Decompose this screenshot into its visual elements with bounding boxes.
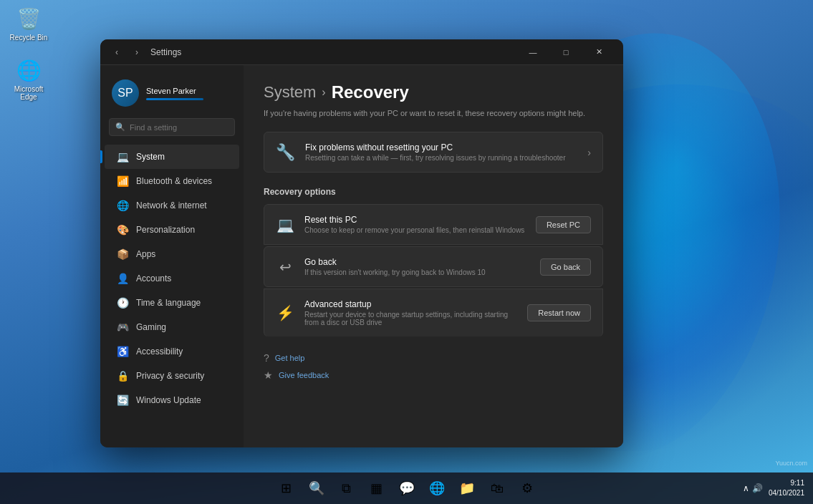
go-back-title: Go back [304, 257, 530, 267]
sidebar-item-personalization[interactable]: 🎨 Personalization [105, 218, 239, 242]
recycle-bin-image: 🗑️ [16, 6, 42, 32]
search-box[interactable]: 🔍 [109, 118, 235, 136]
taskview-button[interactable]: ⧉ [334, 475, 360, 501]
reset-pc-text: Reset this PC Choose to keep or remove y… [304, 215, 526, 234]
sidebar-item-accessibility-label: Accessibility [136, 346, 183, 357]
breadcrumb-separator: › [322, 86, 325, 99]
edge-taskbar-button[interactable]: 🌐 [424, 475, 450, 501]
teams-button[interactable]: 💬 [394, 475, 420, 501]
user-profile[interactable]: SP Steven Parker [100, 74, 244, 118]
accessibility-icon: ♿ [116, 345, 129, 358]
sidebar-item-gaming[interactable]: 🎮 Gaming [105, 315, 239, 339]
sidebar-item-apps-label: Apps [136, 249, 155, 259]
advanced-startup-icon: ⚡ [276, 304, 294, 321]
advanced-startup-title: Advanced startup [304, 299, 517, 309]
forward-button[interactable]: › [129, 44, 145, 60]
sidebar-item-privacy-label: Privacy & security [136, 371, 204, 381]
page-description: If you're having problems with your PC o… [264, 108, 603, 119]
start-button[interactable]: ⊞ [274, 475, 299, 501]
user-name: Steven Parker [146, 87, 203, 95]
taskbar-clock[interactable]: 9:11 04/10/2021 [769, 478, 804, 498]
maximize-button[interactable]: □ [550, 42, 582, 63]
sidebar-item-system-label: System [136, 152, 165, 162]
advanced-startup-text: Advanced startup Restart your device to … [304, 299, 517, 326]
store-taskbar-button[interactable]: 🛍 [484, 475, 510, 501]
recycle-bin-icon[interactable]: 🗑️ Recycle Bin [6, 6, 52, 42]
give-feedback-label: Give feedback [279, 371, 329, 379]
restart-now-button[interactable]: Restart now [527, 304, 591, 321]
window-title: Settings [150, 47, 517, 57]
go-back-button[interactable]: Go back [540, 258, 591, 276]
sidebar-item-gaming-label: Gaming [136, 322, 166, 332]
sidebar: SP Steven Parker 🔍 💻 System 📶 [100, 65, 244, 447]
recovery-section-label: Recovery options [264, 187, 603, 197]
sidebar-item-network[interactable]: 🌐 Network & internet [105, 193, 239, 218]
get-help-link[interactable]: ? Get help [264, 352, 603, 364]
fix-card-desc: Resetting can take a while — first, try … [305, 154, 577, 162]
gaming-icon: 🎮 [116, 321, 129, 334]
avatar: SP [112, 79, 139, 107]
page-title: Recovery [332, 82, 409, 102]
give-feedback-link[interactable]: ★ Give feedback [264, 369, 603, 381]
reset-pc-button[interactable]: Reset PC [536, 216, 591, 233]
fix-problems-card[interactable]: 🔧 Fix problems without resetting your PC… [264, 132, 603, 173]
search-icon: 🔍 [115, 122, 125, 132]
apps-icon: 📦 [116, 248, 129, 261]
sidebar-item-bluetooth-label: Bluetooth & devices [136, 176, 212, 186]
give-feedback-icon: ★ [264, 369, 273, 381]
taskbar-time: 9:11 [769, 478, 804, 488]
sidebar-item-update[interactable]: 🔄 Windows Update [105, 388, 239, 412]
widgets-button[interactable]: ▦ [364, 475, 390, 501]
search-input[interactable] [130, 123, 228, 132]
main-content: System › Recovery If you're having probl… [244, 65, 623, 447]
edge-image: 🌐 [16, 57, 42, 83]
desktop: 🗑️ Recycle Bin 🌐 Microsoft Edge ‹ › Sett… [0, 0, 813, 504]
page-header: System › Recovery [264, 82, 603, 102]
sidebar-item-accessibility[interactable]: ♿ Accessibility [105, 339, 239, 364]
settings-taskbar-button[interactable]: ⚙ [514, 475, 540, 501]
sidebar-item-system[interactable]: 💻 System [105, 145, 239, 169]
content-area: SP Steven Parker 🔍 💻 System 📶 [100, 65, 623, 447]
edge-icon[interactable]: 🌐 Microsoft Edge [6, 57, 52, 101]
sidebar-item-bluetooth[interactable]: 📶 Bluetooth & devices [105, 169, 239, 193]
get-help-label: Get help [275, 354, 305, 362]
title-bar: ‹ › Settings — □ ✕ [100, 39, 623, 65]
sidebar-item-privacy[interactable]: 🔒 Privacy & security [105, 364, 239, 388]
sidebar-item-apps[interactable]: 📦 Apps [105, 242, 239, 266]
recycle-bin-label: Recycle Bin [10, 34, 48, 42]
close-button[interactable]: ✕ [583, 42, 615, 63]
sidebar-item-network-label: Network & internet [136, 200, 207, 210]
go-back-icon: ↩ [276, 258, 294, 276]
search-taskbar-button[interactable]: 🔍 [304, 475, 329, 501]
user-info: Steven Parker [146, 87, 203, 100]
get-help-icon: ? [264, 352, 269, 364]
sidebar-item-time[interactable]: 🕐 Time & language [105, 291, 239, 315]
settings-window: ‹ › Settings — □ ✕ SP Steven Parker [100, 39, 623, 447]
sidebar-item-time-label: Time & language [136, 298, 201, 308]
explorer-taskbar-button[interactable]: 📁 [454, 475, 480, 501]
user-bar [146, 98, 203, 100]
recovery-options-group: 💻 Reset this PC Choose to keep or remove… [264, 204, 603, 338]
reset-pc-icon: 💻 [276, 216, 294, 233]
go-back-desc: If this version isn't working, try going… [304, 268, 530, 276]
go-back-text: Go back If this version isn't working, t… [304, 257, 530, 276]
personalization-icon: 🎨 [116, 223, 129, 236]
go-back-card: ↩ Go back If this version isn't working,… [264, 246, 603, 287]
reset-pc-title: Reset this PC [304, 215, 526, 225]
taskbar: ⊞ 🔍 ⧉ ▦ 💬 🌐 📁 🛍 ⚙ ∧ 🔊 9:11 04/10/2021 [0, 472, 813, 504]
advanced-startup-card: ⚡ Advanced startup Restart your device t… [264, 289, 603, 336]
fix-card-chevron-icon: › [587, 147, 591, 158]
breadcrumb-parent[interactable]: System [264, 83, 316, 102]
system-icon: 💻 [116, 150, 129, 163]
reset-pc-card: 💻 Reset this PC Choose to keep or remove… [264, 204, 603, 245]
volume-sys-icon: 🔊 [752, 483, 763, 493]
back-button[interactable]: ‹ [109, 44, 125, 60]
edge-label: Microsoft Edge [6, 85, 52, 101]
watermark: Yuucn.com [775, 460, 807, 467]
bottom-links: ? Get help ★ Give feedback [264, 352, 603, 381]
reset-pc-desc: Choose to keep or remove your personal f… [304, 226, 526, 234]
sidebar-item-accounts-label: Accounts [136, 273, 171, 284]
minimize-button[interactable]: — [517, 42, 549, 63]
taskbar-right: ∧ 🔊 9:11 04/10/2021 [743, 478, 804, 498]
sidebar-item-accounts[interactable]: 👤 Accounts [105, 266, 239, 291]
